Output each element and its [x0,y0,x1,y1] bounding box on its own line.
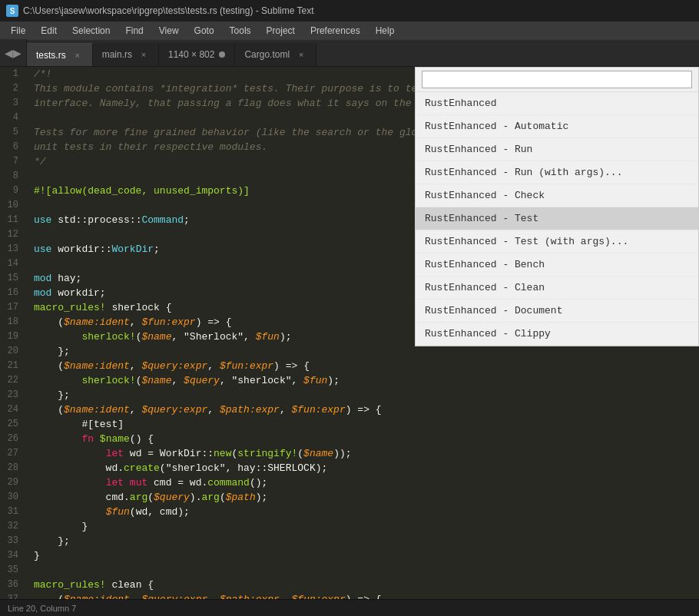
tab-tests-rs[interactable]: tests.rs× [27,43,93,66]
menu-item-view[interactable]: View [151,22,187,40]
menu-item-selection[interactable]: Selection [65,22,118,40]
line-number: 26 [0,432,25,446]
code-line: } [34,548,699,563]
dropdown-item-rustenhanced-clippy[interactable]: RustEnhanced - Clippy [416,323,698,346]
dropdown-item-rustenhanced-clean[interactable]: RustEnhanced - Clean [416,277,698,300]
line-number: 27 [0,446,25,461]
menu-bar: FileEditSelectionFindViewGotoToolsProjec… [0,22,699,40]
code-line: ($name:ident, $query:expr, $fun:expr) =>… [34,359,699,373]
tab-dot [219,51,225,58]
line-number: 9 [0,184,25,198]
app-icon: S [6,5,18,17]
line-number: 1 [0,67,25,81]
tab-navigation-arrows[interactable]: ◀▶ [0,39,27,66]
line-number: 24 [0,402,25,417]
menu-item-tools[interactable]: Tools [222,22,259,40]
line-number: 32 [0,519,25,534]
title-bar: S C:\Users\jasew\workspace\ripgrep\tests… [0,0,699,22]
menu-item-file[interactable]: File [3,22,33,40]
line-number: 16 [0,286,25,300]
main-area: 1234567891011121314151617181920212223242… [0,67,699,599]
tab-close-button[interactable]: × [138,49,149,60]
line-number: 30 [0,490,25,505]
code-line: $fun(wd, cmd); [34,505,699,519]
dropdown-search-input[interactable] [422,71,692,88]
line-number: 14 [0,257,25,271]
line-number: 35 [0,563,25,578]
line-number: 10 [0,198,25,213]
tab-label: Cargo.toml [244,49,290,60]
line-number: 22 [0,373,25,388]
line-number: 8 [0,169,25,184]
line-number: 13 [0,242,25,257]
menu-item-goto[interactable]: Goto [187,22,222,40]
line-number: 29 [0,475,25,490]
line-number: 18 [0,315,25,330]
tab-main-rs[interactable]: main.rs× [93,43,159,66]
code-line: ($name:ident, $query:expr, $path:expr, $… [34,592,699,599]
line-number: 34 [0,548,25,563]
line-number: 11 [0,213,25,227]
menu-item-find[interactable]: Find [118,22,151,40]
code-line: cmd.arg($query).arg($path); [34,490,699,505]
code-line: } [34,519,699,534]
code-line: wd.create("sherlock", hay::SHERLOCK); [34,461,699,475]
tab-label: main.rs [102,49,132,60]
tab-label: 1140 × 802 [168,49,214,60]
menu-item-edit[interactable]: Edit [33,22,65,40]
dropdown-item-rustenhanced-test[interactable]: RustEnhanced - Test [416,207,698,230]
line-number: 15 [0,271,25,286]
code-line: #[test] [34,417,699,432]
dropdown-item-rustenhanced-test-args[interactable]: RustEnhanced - Test (with args)... [416,230,698,253]
line-number: 4 [0,111,25,125]
tab-close-button[interactable]: × [296,49,306,60]
tab-cargo-toml[interactable]: Cargo.toml× [235,43,316,66]
dropdown-item-rustenhanced[interactable]: RustEnhanced [416,92,698,115]
code-line: fn $name() { [34,432,699,446]
line-number: 31 [0,505,25,519]
menu-item-preferences[interactable]: Preferences [303,22,368,40]
code-line: sherlock!($name, $query, "sherlock", $fu… [34,373,699,388]
line-number: 19 [0,330,25,344]
line-number: 12 [0,227,25,242]
line-number: 37 [0,592,25,599]
dropdown-item-rustenhanced-document[interactable]: RustEnhanced - Document [416,300,698,323]
tab-bar: ◀▶ tests.rs×main.rs×1140 × 802Cargo.toml… [0,40,699,67]
line-number: 20 [0,344,25,359]
tab-label: tests.rs [36,50,66,61]
code-line: }; [34,534,699,548]
line-number: 6 [0,140,25,154]
status-bar: Line 20, Column 7 [0,599,699,616]
line-number: 5 [0,125,25,140]
code-line: let wd = WorkDir::new(stringify!($name))… [34,446,699,461]
dropdown-item-rustenhanced-check[interactable]: RustEnhanced - Check [416,184,698,207]
line-number: 28 [0,461,25,475]
line-number: 7 [0,154,25,169]
code-line [34,563,699,578]
dropdown-item-rustenhanced-automatic[interactable]: RustEnhanced - Automatic [416,115,698,138]
autocomplete-dropdown[interactable]: RustEnhancedRustEnhanced - AutomaticRust… [415,67,699,346]
line-number: 21 [0,359,25,373]
line-number: 25 [0,417,25,432]
window-title: C:\Users\jasew\workspace\ripgrep\tests\t… [23,5,314,16]
dropdown-item-rustenhanced-bench[interactable]: RustEnhanced - Bench [416,253,698,277]
line-number: 36 [0,578,25,592]
line-number: 3 [0,96,25,111]
menu-item-help[interactable]: Help [368,22,403,40]
tab-close-button[interactable]: × [72,50,83,61]
code-line: ($name:ident, $query:expr, $path:expr, $… [34,402,699,417]
code-line: }; [34,388,699,402]
code-line: macro_rules! clean { [34,578,699,592]
line-number: 33 [0,534,25,548]
tab-untitled[interactable]: 1140 × 802 [159,43,235,66]
line-number: 17 [0,300,25,315]
code-line: let mut cmd = wd.command(); [34,475,699,490]
dropdown-search-area[interactable] [416,68,698,92]
menu-item-project[interactable]: Project [259,22,303,40]
dropdown-item-rustenhanced-run-args[interactable]: RustEnhanced - Run (with args)... [416,161,698,184]
line-numbers: 1234567891011121314151617181920212223242… [0,67,31,599]
code-editor[interactable]: 1234567891011121314151617181920212223242… [0,67,699,599]
dropdown-item-rustenhanced-run[interactable]: RustEnhanced - Run [416,138,698,161]
line-number: 2 [0,81,25,96]
line-number: 23 [0,388,25,402]
